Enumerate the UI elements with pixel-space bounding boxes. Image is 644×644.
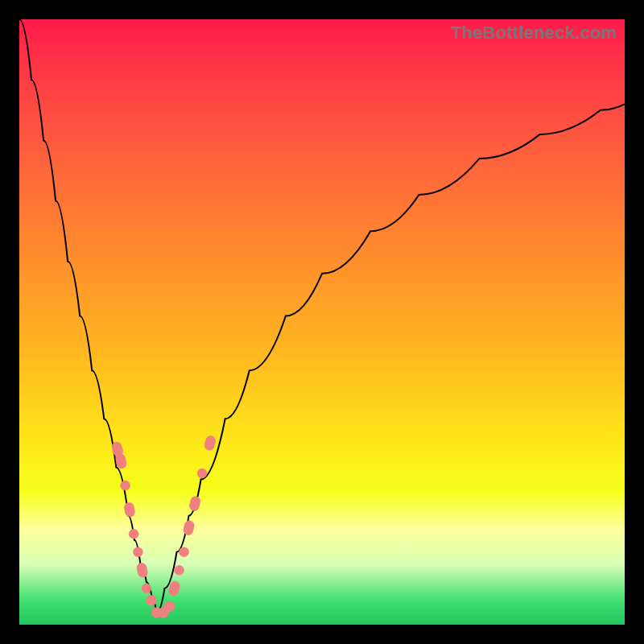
marker-dot — [164, 601, 175, 612]
marker-capsule — [123, 502, 135, 518]
curve-group — [19, 19, 625, 613]
marker-capsule — [204, 435, 217, 451]
marker-dot — [180, 547, 189, 557]
marker-dot — [121, 481, 130, 490]
marker-capsule — [188, 495, 201, 511]
marker-capsule — [183, 520, 196, 536]
curve-right-branch — [157, 104, 625, 613]
marker-capsule — [136, 562, 149, 578]
marker-dot — [146, 595, 156, 605]
marker-dot — [133, 547, 142, 557]
chart-svg — [19, 19, 625, 625]
marker-dot — [175, 565, 184, 575]
curve-left-branch — [19, 19, 157, 613]
marker-dot — [197, 469, 207, 478]
chart-frame: TheBottleneck.com — [0, 0, 644, 644]
plot-area: TheBottleneck.com — [19, 19, 625, 625]
marker-dot — [129, 529, 138, 539]
marker-dot — [142, 584, 151, 593]
